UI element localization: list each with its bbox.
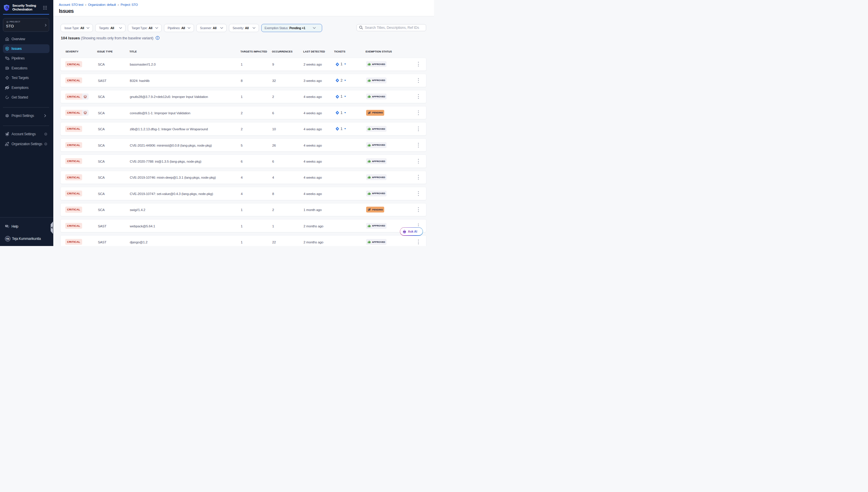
svg-text:?: ? — [6, 225, 7, 227]
